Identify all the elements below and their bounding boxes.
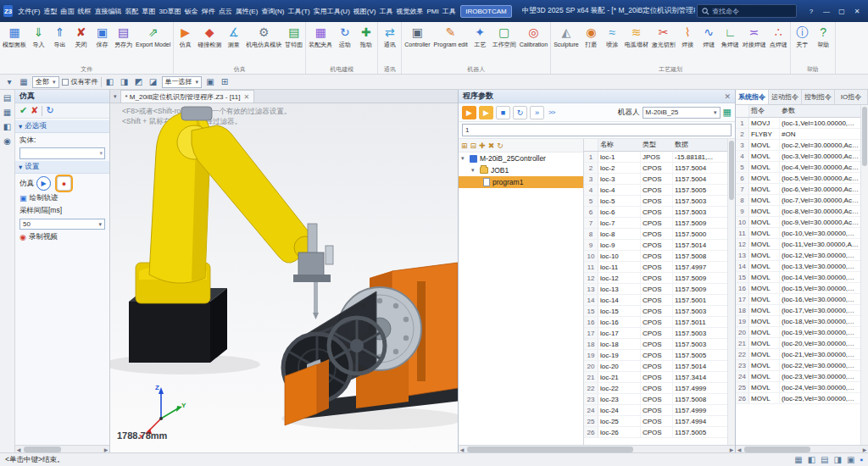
- filter-status-icon[interactable]: ▦: [794, 455, 802, 464]
- ribbon-button-weld-seam[interactable]: ∿焊缝: [698, 23, 720, 64]
- ribbon-button-export[interactable]: ⇑导出: [49, 23, 70, 64]
- shade-mode-icon[interactable]: ▦: [18, 77, 30, 86]
- ribbon-button-sculpture[interactable]: ◭Sculpture: [552, 23, 581, 64]
- table-row[interactable]: 20MOVL(loc-19,Vel=30.00000,Acc=40.000): [736, 327, 860, 338]
- view-status-icon[interactable]: ▣: [847, 455, 854, 464]
- table-row[interactable]: 5loc-5CPOS1157.5003: [584, 196, 727, 207]
- select-edge-icon[interactable]: ◨: [119, 77, 131, 86]
- scrollbar-thumb[interactable]: [467, 447, 633, 452]
- reset-icon[interactable]: ↻: [46, 105, 53, 116]
- loop-icon[interactable]: ↻: [513, 106, 527, 119]
- table-row[interactable]: 26MOVL(loc-25,Vel=30.00000,Acc=40.000): [736, 393, 860, 404]
- scrollbar-thumb[interactable]: [24, 447, 61, 452]
- play-icon[interactable]: ▶: [462, 106, 476, 119]
- ribbon-button-communication[interactable]: ⇄通讯: [379, 23, 400, 64]
- entity-input[interactable]: ▾: [19, 147, 105, 159]
- table-row[interactable]: 6MOVL(loc-5,Vel=30.00000,Acc=40.000): [736, 173, 860, 184]
- sample-interval-combo[interactable]: 50▾: [19, 219, 105, 230]
- menu-item-2[interactable]: 曲面: [58, 5, 75, 18]
- scrollbar-thumb[interactable]: [729, 141, 734, 200]
- visual-manager-icon[interactable]: ◉: [3, 136, 11, 146]
- tree-node-program-selected[interactable]: program1: [459, 176, 583, 188]
- layer-status-icon[interactable]: ◨: [834, 455, 842, 464]
- table-row[interactable]: 4MOVL(loc-3,Vel=30.00000,Acc=40.000): [736, 151, 860, 162]
- ribbon-button-about[interactable]: ⓘ关于: [792, 23, 813, 64]
- table-row[interactable]: 25MOVL(loc-24,Vel=30.00000,Acc=40.000): [736, 382, 860, 393]
- menu-item-11[interactable]: 属性(E): [234, 5, 260, 18]
- table-row[interactable]: 24MOVL(loc-23,Vel=30.00000,Acc=40.000): [736, 371, 860, 382]
- command-search[interactable]: 查找命令: [697, 4, 797, 18]
- menu-item-12[interactable]: 查询(N): [259, 5, 286, 18]
- table-row[interactable]: 16loc-16CPOS1157.5011: [584, 317, 727, 328]
- display-filter-icon[interactable]: ▾: [3, 77, 15, 86]
- menu-item-6[interactable]: 草图: [140, 5, 157, 18]
- table-row[interactable]: 12loc-12CPOS1157.5009: [584, 273, 727, 284]
- menu-item-8[interactable]: 钣金: [183, 5, 200, 18]
- table-row[interactable]: 13loc-13CPOS1157.5009: [584, 284, 727, 295]
- table-row[interactable]: 23loc-23CPOS1157.5008: [584, 394, 727, 405]
- table-row[interactable]: 26loc-26CPOS1157.5005: [584, 427, 727, 438]
- menu-item-9[interactable]: 焊件: [200, 5, 217, 18]
- table-row[interactable]: 19MOVL(loc-18,Vel=30.00000,Acc=40.000): [736, 316, 860, 327]
- column-type[interactable]: 类型: [641, 139, 673, 151]
- close-button[interactable]: ✕: [849, 4, 865, 18]
- table-row[interactable]: 8MOVL(loc-7,Vel=30.00000,Acc=40.000): [736, 195, 860, 206]
- cancel-icon[interactable]: ✘: [31, 105, 38, 116]
- table-row[interactable]: 3loc-3CPOS1157.5004: [584, 174, 727, 185]
- table-row[interactable]: 1loc-1JPOS-15.88181,...: [584, 152, 727, 163]
- pick-window-icon[interactable]: ⊞: [219, 77, 231, 86]
- robot-arm[interactable]: [136, 107, 316, 303]
- scroll-left-icon[interactable]: ◀: [736, 447, 743, 452]
- table-row[interactable]: 15MOVL(loc-14,Vel=30.00000,Acc=40.000): [736, 272, 860, 283]
- pick-mode-combo[interactable]: 单一选择▾: [162, 76, 203, 88]
- ribbon-button-program-edit[interactable]: ✎Program edit: [432, 23, 470, 64]
- maximize-button[interactable]: ▢: [834, 4, 849, 18]
- menu-item-3[interactable]: 线框: [75, 5, 92, 18]
- table-row[interactable]: 3MOVL(loc-2,Vel=30.00000,Acc=40.000): [736, 140, 860, 151]
- filter-all-combo[interactable]: 全部▾: [32, 76, 59, 88]
- instructions-vscrollbar[interactable]: [860, 105, 868, 445]
- scroll-right-icon[interactable]: ▶: [103, 447, 109, 452]
- ribbon-button-spot-weld[interactable]: ∴点焊缝: [768, 23, 789, 64]
- table-row[interactable]: 2loc-2CPOS1157.5004: [584, 163, 727, 174]
- table-row[interactable]: 22MOVL(loc-21,Vel=30.00000,Acc=40.000): [736, 349, 860, 360]
- menu-item-13[interactable]: 工具(T): [286, 5, 311, 18]
- ribbon-button-arc-additive[interactable]: ≋电弧增材: [623, 23, 650, 64]
- ribbon-button-save-as[interactable]: ▤另存为: [113, 23, 134, 64]
- select-face-icon[interactable]: ◧: [104, 77, 116, 86]
- close-panel-icon[interactable]: ✕: [724, 92, 731, 101]
- ribbon-button-simulate[interactable]: ▶仿真: [175, 23, 196, 64]
- only-parts-checkbox[interactable]: 仅有零件: [62, 77, 98, 86]
- history-manager-icon[interactable]: ▤: [3, 93, 11, 103]
- ribbon-button-close-file[interactable]: ✘关闭: [70, 23, 92, 64]
- menu-item-5[interactable]: 装配: [123, 5, 140, 18]
- scroll-left-icon[interactable]: ◀: [459, 447, 465, 452]
- ribbon-button-measure[interactable]: ∡测量: [223, 23, 244, 64]
- ribbon-button-process[interactable]: ✦工艺: [470, 23, 491, 64]
- ribbon-button-export-model[interactable]: ⇗Export Model: [134, 23, 172, 64]
- tab-list-icon[interactable]: ▾: [112, 93, 119, 100]
- document-tab[interactable]: * M_20iB定位机识别管理程序.Z3 - [11] ✕: [120, 90, 255, 103]
- ribbon-button-fillet-weld[interactable]: ∟角焊缝: [720, 23, 741, 64]
- table-row[interactable]: 14MOVL(loc-13,Vel=30.00000,Acc=40.000): [736, 261, 860, 272]
- table-row[interactable]: 18MOVL(loc-17,Vel=30.00000,Acc=40.000): [736, 305, 860, 316]
- record-video-toggle[interactable]: 录制视频: [29, 232, 58, 242]
- scrollbar-thumb[interactable]: [862, 107, 867, 166]
- menu-item-15[interactable]: 视图(V): [352, 5, 378, 18]
- tree-node-job[interactable]: ▾ JOB1: [459, 164, 583, 176]
- instr-tab-3[interactable]: IO指令: [835, 90, 868, 104]
- remove-folder-icon[interactable]: ⊟: [470, 141, 477, 150]
- menu-item-16[interactable]: 工具: [377, 5, 394, 18]
- menu-item-1[interactable]: 造型: [42, 5, 58, 18]
- stop-icon[interactable]: ■: [496, 106, 510, 119]
- ribbon-button-butt-weld[interactable]: ≍对接焊缝: [741, 23, 768, 64]
- export-program-icon[interactable]: ▦: [723, 107, 732, 118]
- table-row[interactable]: 15loc-15CPOS1157.5003: [584, 306, 727, 317]
- delete-program-icon[interactable]: ✖: [488, 141, 495, 150]
- 3d-scene[interactable]: Z Y X: [110, 103, 458, 452]
- play-simulation-button[interactable]: ▶: [36, 176, 51, 191]
- instr-tab-2[interactable]: 控制指令: [802, 90, 835, 104]
- table-row[interactable]: 14loc-14CPOS1157.5001: [584, 295, 727, 306]
- table-row[interactable]: 13MOVL(loc-12,Vel=30.00000,Acc=40.000): [736, 250, 860, 261]
- ribbon-button-model-panel[interactable]: ▦模型面板: [1, 23, 28, 64]
